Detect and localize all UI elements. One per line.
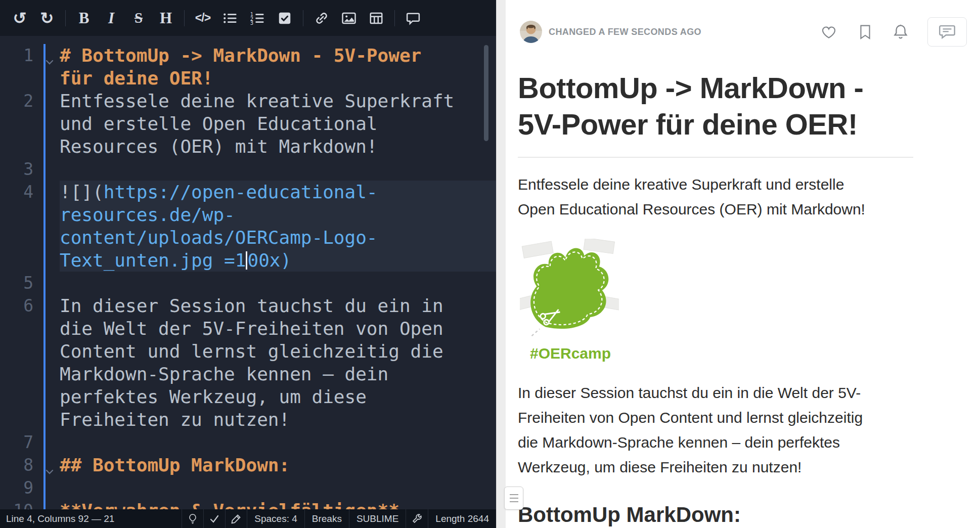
editor-line-active: 4 ![](https://open-educational- resource… (0, 181, 496, 272)
heart-icon (820, 24, 837, 39)
toolbar-separator (394, 10, 395, 26)
editor-line: 9 (0, 476, 496, 499)
lightbulb-icon (188, 513, 198, 524)
oercamp-logo: #OERcamp (520, 239, 621, 362)
code-button[interactable]: </> (189, 0, 216, 36)
markdown-editor-pane: ↺ ↻ B I S H </> 123 (0, 0, 496, 528)
editor-line-text[interactable]: **Verwahren & Vervielfältigen** (60, 499, 496, 509)
image-icon (341, 11, 357, 26)
preview-header: CHANGED A FEW SECONDS AGO (506, 0, 980, 47)
doc-subheading: BottomUp MarkDown: (518, 503, 913, 527)
redo-button[interactable]: ↻ (33, 0, 61, 36)
heading-rule (518, 157, 913, 158)
comment-bubble-icon (939, 24, 956, 39)
editor-line-text[interactable] (60, 272, 496, 294)
brush-icon (231, 514, 241, 524)
bookmark-icon (859, 24, 872, 39)
wrench-icon (412, 513, 422, 524)
check-button[interactable] (203, 509, 225, 528)
bullet-list-icon (222, 11, 238, 26)
svg-text:3: 3 (250, 20, 253, 26)
line-number: 1 (0, 44, 36, 90)
heading-button[interactable]: H (152, 0, 180, 36)
editor-line: 3 (0, 158, 496, 181)
check-icon (209, 514, 219, 524)
pane-resize-handle[interactable] (504, 487, 523, 510)
pane-divider (496, 0, 506, 528)
checklist-icon (277, 11, 292, 26)
image-button[interactable] (335, 0, 363, 36)
editor-toolbar: ↺ ↻ B I S H </> 123 (0, 0, 496, 36)
notification-button[interactable] (893, 24, 908, 40)
numbered-list-icon: 123 (250, 11, 265, 26)
line-number: 2 (0, 90, 36, 158)
checklist-button[interactable] (271, 0, 298, 36)
line-number: 7 (0, 431, 36, 454)
cursor-position: Line 4, Columns 92 — 21 (0, 509, 182, 528)
markdown-preview-pane: CHANGED A FEW SECONDS AGO BottomUp -> Ma… (506, 0, 980, 528)
linebreaks-indicator[interactable]: Breaks (304, 509, 349, 528)
doc-title: BottomUp -> MarkDown -5V-Power für deine… (518, 70, 913, 143)
editor-line-text[interactable] (60, 158, 496, 181)
spaces-indicator[interactable]: Spaces: 4 (247, 509, 304, 528)
editor-line-text[interactable]: ## BottomUp MarkDown: (60, 454, 496, 476)
table-icon (369, 11, 384, 26)
editor-line-text[interactable]: In dieser Session tauchst du ein in die … (60, 294, 496, 431)
editor-statusbar: Line 4, Columns 92 — 21 Spaces: 4 Breaks… (0, 509, 496, 528)
brush-button[interactable] (225, 509, 247, 528)
fold-chevron-icon[interactable] (44, 50, 55, 72)
wrench-button[interactable] (406, 509, 428, 528)
bullet-list-button[interactable] (216, 0, 244, 36)
toolbar-comment-button[interactable] (399, 0, 427, 36)
avatar[interactable] (520, 21, 542, 43)
changed-timestamp: CHANGED A FEW SECONDS AGO (549, 27, 701, 37)
line-number: 3 (0, 158, 36, 181)
editor-line: 7 (0, 431, 496, 454)
link-button[interactable] (308, 0, 335, 36)
comment-icon (406, 11, 421, 26)
toolbar-separator (184, 10, 185, 26)
toolbar-separator (65, 10, 66, 26)
bold-button[interactable]: B (70, 0, 98, 36)
editor-line: 2 Entfessele deine kreative Superkraft u… (0, 90, 496, 158)
line-number: 10 (0, 499, 36, 509)
editor-line: 1 # BottomUp -> MarkDown - 5V-Power für … (0, 44, 496, 90)
table-button[interactable] (363, 0, 390, 36)
like-button[interactable] (820, 24, 837, 39)
undo-button[interactable]: ↺ (6, 0, 33, 36)
flame-shape (530, 248, 608, 329)
line-number: 8 (0, 454, 36, 476)
link-icon (314, 11, 329, 26)
editor-line-text[interactable]: # BottomUp -> MarkDown - 5V-Power für de… (60, 44, 496, 90)
line-number: 4 (0, 181, 36, 272)
strikethrough-button[interactable]: S (125, 0, 152, 36)
editor-line-text[interactable]: Entfessele deine kreative Superkraft und… (60, 90, 496, 158)
numbered-list-button[interactable]: 123 (244, 0, 271, 36)
doc-paragraph: Entfessele deine kreative Superkraft und… (518, 172, 913, 222)
bookmark-button[interactable] (859, 24, 872, 39)
toolbar-separator (303, 10, 303, 26)
rendered-document: BottomUp -> MarkDown -5V-Power für deine… (506, 70, 925, 528)
doc-paragraph: In dieser Session tauchst du ein in die … (518, 380, 913, 479)
length-indicator: Length 2644 (428, 509, 496, 528)
oercamp-logo-text: #OERcamp (520, 345, 621, 362)
line-number: 9 (0, 476, 36, 499)
editor-line: 6 In dieser Session tauchst du ein in di… (0, 294, 496, 431)
editor-line-text[interactable]: ![](https://open-educational- resources.… (60, 181, 496, 272)
keymap-indicator[interactable]: SUBLIME (349, 509, 406, 528)
line-number: 5 (0, 272, 36, 294)
editor-line-text[interactable] (60, 476, 496, 499)
editor-line: 8 ## BottomUp MarkDown: (0, 454, 496, 476)
lightbulb-button[interactable] (182, 509, 203, 528)
bell-icon (893, 24, 908, 40)
comments-button[interactable] (927, 17, 967, 47)
editor-line: 5 (0, 272, 496, 294)
italic-button[interactable]: I (98, 0, 125, 36)
editor-line-text[interactable] (60, 431, 496, 454)
editor-scrollbar[interactable] (484, 45, 488, 141)
code-editor[interactable]: 1 # BottomUp -> MarkDown - 5V-Power für … (0, 36, 496, 509)
line-number: 6 (0, 294, 36, 431)
editor-line: 10 **Verwahren & Vervielfältigen** (0, 499, 496, 509)
